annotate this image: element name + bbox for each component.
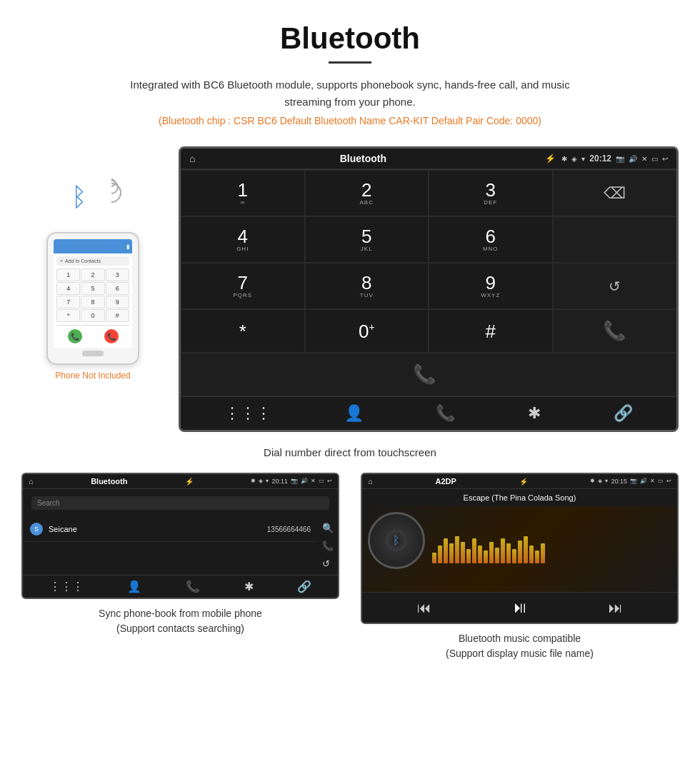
dial-key-0[interactable]: 0+ bbox=[305, 309, 429, 353]
main-caption: Dial number direct from touchscreen bbox=[0, 446, 700, 458]
x-icon[interactable]: ✕ bbox=[641, 155, 647, 163]
dial-key-7[interactable]: 7 PQRS bbox=[181, 263, 305, 309]
signal-wave-3 bbox=[97, 179, 126, 207]
phone-call-button[interactable]: 📞 bbox=[68, 329, 82, 343]
dial-key-star[interactable]: * bbox=[181, 309, 305, 353]
phone-key-4[interactable]: 4 bbox=[56, 282, 80, 295]
music-song-title: Escape (The Pina Colada Song) bbox=[464, 493, 576, 502]
pb-func-link[interactable]: 🔗 bbox=[297, 580, 311, 593]
phonebook-back-icon[interactable]: ↩ bbox=[327, 478, 332, 485]
phonebook-home-icon[interactable]: ⌂ bbox=[29, 477, 34, 486]
music-controls: ⏮ ⏯ ⏭ bbox=[362, 592, 677, 623]
location-icon: ◈ bbox=[571, 155, 577, 163]
func-dialpad-icon[interactable]: ⋮⋮⋮ bbox=[224, 404, 271, 423]
play-pause-button[interactable]: ⏯ bbox=[512, 598, 528, 617]
phone-key-9[interactable]: 9 bbox=[106, 296, 129, 308]
dial-key-6[interactable]: 6 MNO bbox=[429, 216, 553, 263]
func-link-icon[interactable]: 🔗 bbox=[614, 404, 633, 423]
pb-func-dialpad[interactable]: ⋮⋮⋮ bbox=[49, 580, 84, 593]
volume-icon[interactable]: 🔊 bbox=[629, 155, 637, 163]
phone-key-1[interactable]: 1 bbox=[56, 268, 80, 281]
dial-key-1[interactable]: 1 ∞ bbox=[181, 170, 305, 216]
func-call-icon[interactable]: 📞 bbox=[436, 404, 455, 423]
eq-bar bbox=[438, 546, 442, 563]
car-display: ⌂ Bluetooth ⚡ ✱ ◈ ▾ 20:12 📷 🔊 ✕ ▭ ↩ bbox=[179, 146, 679, 432]
phonebook-search-row: Search bbox=[23, 489, 338, 517]
func-bluetooth-icon[interactable]: ✱ bbox=[528, 404, 541, 423]
phone-key-2[interactable]: 2 bbox=[81, 268, 104, 281]
phonebook-x-icon[interactable]: ✕ bbox=[311, 478, 316, 485]
bluetooth-signal-illustration: ᛒ bbox=[64, 168, 121, 225]
phonebook-cam-icon[interactable]: 📷 bbox=[291, 478, 298, 485]
music-x-icon[interactable]: ✕ bbox=[650, 478, 655, 485]
call-icon[interactable]: 📞 bbox=[322, 541, 334, 551]
camera-icon[interactable]: 📷 bbox=[616, 155, 624, 163]
phonebook-app-title: Bluetooth bbox=[91, 477, 127, 486]
phonebook-win-icon[interactable]: ▭ bbox=[319, 478, 324, 485]
phone-key-hash[interactable]: # bbox=[106, 309, 129, 322]
dial-key-5[interactable]: 5 JKL bbox=[305, 216, 429, 263]
eq-bar bbox=[529, 546, 534, 563]
signal-icon: ▾ bbox=[581, 155, 585, 163]
music-back-icon[interactable]: ↩ bbox=[666, 478, 671, 485]
phone-top-bar: ▮ bbox=[54, 239, 132, 253]
music-display: ⌂ A2DP ⚡ ✱ ◈ ▾ 20:15 📷 🔊 ✕ ▭ ↩ Escape (T… bbox=[361, 473, 679, 624]
phone-key-6[interactable]: 6 bbox=[106, 282, 129, 295]
pb-func-contacts[interactable]: 👤 bbox=[127, 580, 141, 593]
eq-bar bbox=[478, 546, 482, 563]
phone-screen: + Add to Contacts 1 2 3 4 5 6 7 8 9 * 0 … bbox=[54, 253, 132, 348]
phonebook-vol-icon[interactable]: 🔊 bbox=[301, 478, 308, 485]
dial-number-7: 7 bbox=[238, 273, 248, 292]
music-home-icon[interactable]: ⌂ bbox=[368, 477, 373, 486]
music-vol-icon[interactable]: 🔊 bbox=[640, 478, 647, 485]
phonebook-search-bar[interactable]: Search bbox=[31, 496, 329, 510]
music-win-icon[interactable]: ▭ bbox=[658, 478, 664, 485]
phonebook-content: S Seicane 13566664466 🔍 📞 ↺ bbox=[23, 517, 338, 575]
eq-bar bbox=[535, 551, 539, 563]
dial-call-green-cell[interactable]: 📞 bbox=[553, 309, 677, 353]
dial-letters-6: MNO bbox=[483, 246, 499, 252]
eq-bar bbox=[524, 536, 528, 563]
phone-hangup-button[interactable]: 📞 bbox=[104, 329, 119, 343]
eq-bar bbox=[466, 549, 471, 563]
phone-key-0[interactable]: 0 bbox=[81, 309, 104, 322]
phonebook-sig-icon: ▾ bbox=[266, 478, 269, 485]
phone-key-7[interactable]: 7 bbox=[56, 296, 80, 308]
dial-number-0: 0+ bbox=[359, 322, 375, 341]
eq-bar bbox=[506, 543, 511, 563]
music-sig-icon: ▾ bbox=[605, 478, 608, 485]
phone-key-8[interactable]: 8 bbox=[81, 296, 104, 308]
dial-key-3[interactable]: 3 DEF bbox=[429, 170, 553, 216]
music-cam-icon[interactable]: 📷 bbox=[630, 478, 637, 485]
func-contacts-icon[interactable]: 👤 bbox=[344, 404, 364, 423]
contact-initial-s: S bbox=[30, 523, 43, 536]
hangup-icon[interactable]: 📞 bbox=[413, 363, 436, 386]
phone-key-star[interactable]: * bbox=[56, 309, 80, 322]
phone-mockup: ▮ + Add to Contacts 1 2 3 4 5 6 7 8 9 * bbox=[46, 232, 139, 365]
dial-key-2[interactable]: 2 ABC bbox=[305, 170, 429, 216]
search-icon[interactable]: 🔍 bbox=[322, 523, 334, 533]
next-track-button[interactable]: ⏭ bbox=[609, 600, 623, 616]
dial-key-8[interactable]: 8 TUV bbox=[305, 263, 429, 309]
dial-backspace-cell[interactable]: ⌫ bbox=[553, 170, 677, 216]
phone-key-3[interactable]: 3 bbox=[106, 268, 129, 281]
window-icon[interactable]: ▭ bbox=[651, 155, 658, 163]
refresh-icon[interactable]: ↺ bbox=[322, 558, 334, 569]
dial-key-9[interactable]: 9 WXYZ bbox=[429, 263, 553, 309]
dial-key-4[interactable]: 4 GHI bbox=[181, 216, 305, 263]
phone-keypad: 1 2 3 4 5 6 7 8 9 * 0 # bbox=[56, 268, 129, 322]
pb-func-call[interactable]: 📞 bbox=[186, 580, 200, 593]
phone-home-button[interactable] bbox=[82, 351, 104, 356]
pb-func-bt[interactable]: ✱ bbox=[244, 580, 254, 593]
phonebook-caption-line1: Sync phone-book from mobile phone bbox=[99, 608, 262, 619]
dial-key-hash[interactable]: # bbox=[429, 309, 553, 353]
dial-letters-8: TUV bbox=[360, 292, 374, 298]
contact-row-seicane[interactable]: S Seicane 13566664466 bbox=[23, 517, 318, 542]
car-display-section: ⌂ Bluetooth ⚡ ✱ ◈ ▾ 20:12 📷 🔊 ✕ ▭ ↩ bbox=[179, 146, 679, 432]
dial-letters-9: WXYZ bbox=[481, 292, 500, 298]
phone-key-5[interactable]: 5 bbox=[81, 282, 104, 295]
back-icon[interactable]: ↩ bbox=[662, 155, 668, 163]
dial-redial-cell[interactable]: ↺ bbox=[553, 263, 677, 309]
phonebook-loc-icon: ◈ bbox=[259, 478, 263, 485]
prev-track-button[interactable]: ⏮ bbox=[417, 600, 431, 616]
